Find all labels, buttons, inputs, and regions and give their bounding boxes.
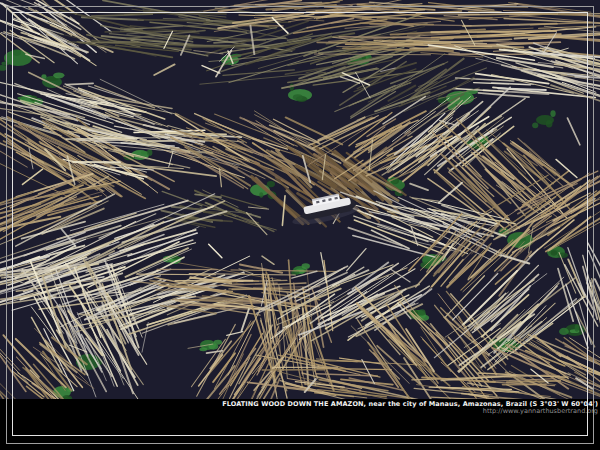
caption-url: http://www.yannarthusbertrand.org — [0, 408, 598, 415]
wallpaper-canvas: FLOATING WOOD DOWN THE AMAZON, near the … — [0, 0, 600, 450]
amazon-aerial-photo — [0, 0, 600, 450]
caption-bar: FLOATING WOOD DOWN THE AMAZON, near the … — [0, 399, 600, 450]
